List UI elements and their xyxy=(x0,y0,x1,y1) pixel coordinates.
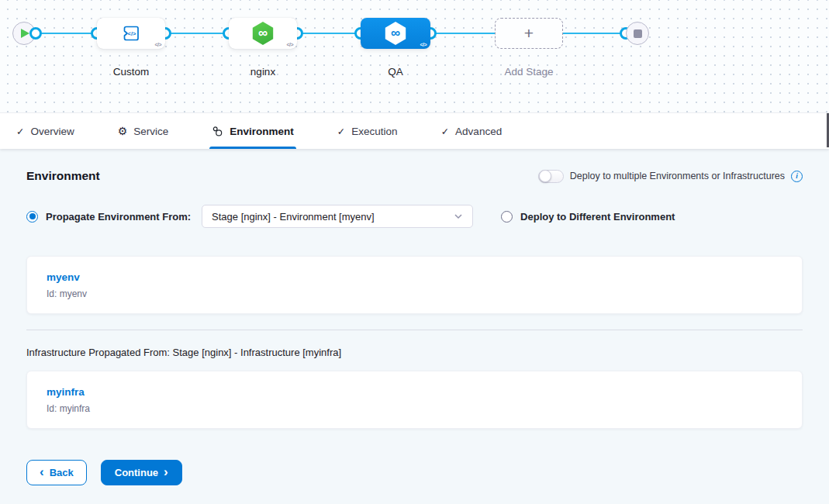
footer-button-row: ‹ Back Continue › xyxy=(26,460,803,485)
tab-execution[interactable]: ✓ Execution xyxy=(337,113,398,149)
stage-card-qa[interactable]: ∞ </> xyxy=(361,18,430,49)
tab-label: Advanced xyxy=(455,126,502,137)
info-icon[interactable]: i xyxy=(791,171,803,182)
code-badge-icon: </> xyxy=(154,42,161,47)
harness-deploy-icon: ∞ xyxy=(251,22,275,45)
environment-card: myenv Id: myenv xyxy=(26,256,803,314)
stage-label-nginx: nginx xyxy=(229,66,297,78)
harness-deploy-icon: ∞ xyxy=(384,22,407,45)
chevron-right-icon: › xyxy=(164,465,168,478)
stage-label-custom: Custom xyxy=(97,66,165,78)
chevron-down-icon xyxy=(454,213,463,219)
propagate-from-select[interactable]: Stage [nginx] - Environment [myenv] xyxy=(202,205,473,228)
code-badge-icon: </> xyxy=(286,42,293,47)
check-icon: ✓ xyxy=(16,126,24,137)
back-button[interactable]: ‹ Back xyxy=(26,460,87,485)
pipeline-studio: </> </> ∞ </> ∞ </> + Custom nginx QA Ad… xyxy=(0,0,829,504)
select-value: Stage [nginx] - Environment [myenv] xyxy=(212,211,375,223)
custom-stage-icon: </> xyxy=(121,23,141,43)
stage-label-add-stage: Add Stage xyxy=(495,66,563,78)
environment-icon xyxy=(212,126,223,137)
different-radio-label[interactable]: Deploy to Different Environment xyxy=(520,211,675,223)
different-environment-radio[interactable] xyxy=(501,211,513,223)
code-badge-icon: </> xyxy=(420,42,427,47)
tab-label: Environment xyxy=(230,126,294,137)
tab-environment[interactable]: Environment xyxy=(212,113,294,149)
tab-service[interactable]: ⚙ Service xyxy=(118,113,169,149)
add-stage-button[interactable]: + xyxy=(495,18,563,49)
pipeline-end-node xyxy=(626,22,649,45)
check-icon: ✓ xyxy=(441,126,449,137)
infinity-glyph: ∞ xyxy=(391,22,400,44)
tab-overview[interactable]: ✓ Overview xyxy=(16,113,74,149)
chevron-left-icon: ‹ xyxy=(40,465,44,478)
plus-icon: + xyxy=(524,24,534,43)
check-icon: ✓ xyxy=(337,126,345,137)
tab-advanced[interactable]: ✓ Advanced xyxy=(441,113,503,149)
infrastructure-propagated-note: Infrastructure Propagated From: Stage [n… xyxy=(26,347,803,358)
panel-heading: Environment xyxy=(26,169,100,183)
stage-label-qa: QA xyxy=(361,66,430,78)
play-icon xyxy=(21,29,29,38)
multi-env-toggle-group: Deploy to multiple Environments or Infra… xyxy=(538,170,803,183)
port-start-right[interactable] xyxy=(29,27,42,40)
stage-tab-bar: ✓ Overview ⚙ Service Environment ✓ Execu… xyxy=(0,112,829,149)
multi-env-toggle[interactable] xyxy=(538,170,564,183)
propagate-environment-radio[interactable] xyxy=(26,211,38,223)
tab-label: Overview xyxy=(30,126,74,137)
continue-label: Continue xyxy=(115,467,158,478)
stage-card-custom[interactable]: </> </> xyxy=(97,18,165,49)
stop-icon xyxy=(634,29,642,38)
panel-header-row: Environment Deploy to multiple Environme… xyxy=(26,149,803,183)
environment-name-link[interactable]: myenv xyxy=(47,271,80,283)
tab-label: Service xyxy=(133,126,168,137)
continue-button[interactable]: Continue › xyxy=(101,460,182,485)
propagate-radio-label[interactable]: Propagate Environment From: xyxy=(46,211,191,223)
svg-text:</>: </> xyxy=(128,30,136,37)
toggle-knob xyxy=(539,170,551,182)
stage-card-nginx[interactable]: ∞ </> xyxy=(229,18,297,49)
pipeline-canvas: </> </> ∞ </> ∞ </> + Custom nginx QA Ad… xyxy=(0,0,829,112)
environment-source-radio-row: Propagate Environment From: Stage [nginx… xyxy=(26,205,803,228)
toggle-label: Deploy to multiple Environments or Infra… xyxy=(570,171,785,181)
section-divider xyxy=(26,330,803,330)
infrastructure-name-link[interactable]: myinfra xyxy=(47,386,85,398)
infinity-glyph: ∞ xyxy=(258,22,268,44)
gear-icon: ⚙ xyxy=(118,125,128,137)
infrastructure-id: Id: myinfra xyxy=(47,403,782,414)
tab-label: Execution xyxy=(351,126,397,137)
back-label: Back xyxy=(50,467,74,478)
infrastructure-card: myinfra Id: myinfra xyxy=(26,371,803,429)
environment-id: Id: myenv xyxy=(47,288,782,299)
environment-tab-panel: Environment Deploy to multiple Environme… xyxy=(0,149,829,504)
